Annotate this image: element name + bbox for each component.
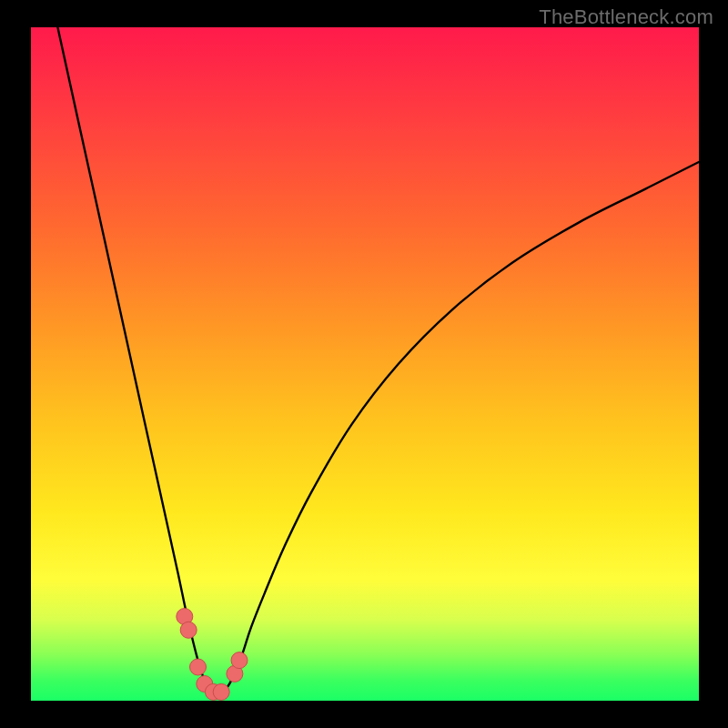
curve-markers [177, 609, 248, 701]
curve-marker [197, 676, 213, 693]
curve-marker [205, 683, 221, 700]
plot-area [31, 27, 699, 701]
curve-marker [227, 665, 243, 682]
curve-marker [180, 622, 197, 638]
chart-frame: TheBottleneck.com [0, 0, 728, 728]
watermark-text: TheBottleneck.com [539, 5, 713, 29]
curve-marker [231, 652, 248, 669]
chart-svg [31, 27, 699, 701]
curve-marker [190, 659, 207, 675]
curve-marker [177, 609, 193, 625]
curve-marker [213, 683, 229, 700]
bottleneck-curve [57, 27, 699, 694]
